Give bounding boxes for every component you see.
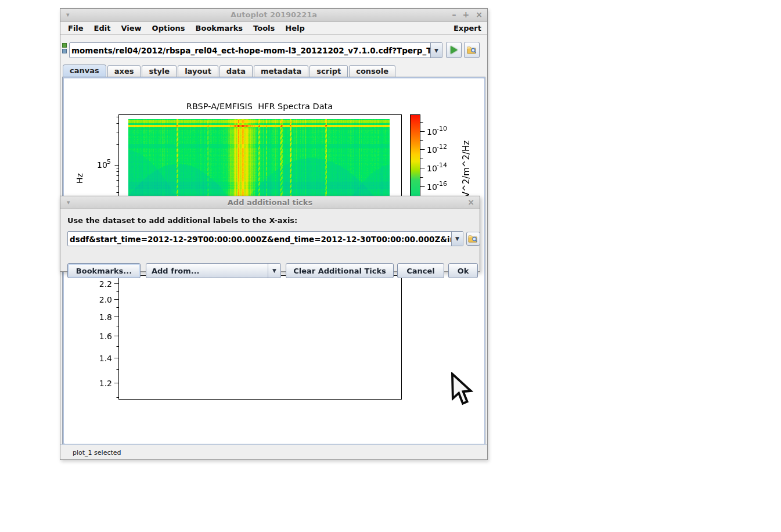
ticks-dataset-input[interactable]: dsdf&start_time=2012-12-29T00:00:00.000Z… xyxy=(68,232,451,246)
window-title: Autoplot 20190221a xyxy=(60,10,487,19)
ticks-browse-button[interactable] xyxy=(466,232,480,246)
menu-tools[interactable]: Tools xyxy=(248,23,280,34)
datasource-type-icon xyxy=(62,43,68,53)
menu-options[interactable]: Options xyxy=(147,23,190,34)
add-from-dropdown[interactable]: Add from... ▼ xyxy=(146,263,281,278)
window-titlebar: ▾ Autoplot 20190221a – + × xyxy=(60,9,487,22)
address-combo: moments/rel04/2012/rbspa_rel04_ect-hope-… xyxy=(69,42,442,58)
maximize-button[interactable]: + xyxy=(463,10,470,19)
menu-bookmarks[interactable]: Bookmarks xyxy=(190,23,249,34)
tab-script[interactable]: script xyxy=(309,65,348,77)
cancel-button[interactable]: Cancel xyxy=(397,263,444,278)
menu-help[interactable]: Help xyxy=(280,23,309,34)
menu-expert[interactable]: Expert xyxy=(454,24,481,33)
tab-console[interactable]: console xyxy=(349,65,395,77)
menu-edit[interactable]: Edit xyxy=(89,23,116,34)
address-input[interactable]: moments/rel04/2012/rbspa_rel04_ect-hope-… xyxy=(70,43,430,57)
bookmarks-button[interactable]: Bookmarks... xyxy=(67,263,141,278)
chevron-down-icon: ▼ xyxy=(434,48,438,53)
menu-view[interactable]: View xyxy=(116,23,146,34)
browse-button[interactable] xyxy=(464,42,480,58)
tab-metadata[interactable]: metadata xyxy=(254,65,308,77)
chevron-down-icon: ▼ xyxy=(455,236,459,242)
menubar: File Edit View Options Bookmarks Tools H… xyxy=(60,22,487,35)
status-text: plot_1 selected xyxy=(73,449,121,456)
ticks-dataset-dropdown-button[interactable]: ▼ xyxy=(451,232,463,246)
ticks-dataset-combo: dsdf&start_time=2012-12-29T00:00:00.000Z… xyxy=(67,231,463,246)
datasource-blue-square-icon xyxy=(62,49,67,53)
tab-data[interactable]: data xyxy=(219,65,253,77)
close-button[interactable]: × xyxy=(476,10,483,19)
tab-canvas[interactable]: canvas xyxy=(63,64,106,77)
toolbar: moments/rel04/2012/rbspa_rel04_ect-hope-… xyxy=(60,35,487,64)
dialog-title: Add additional ticks xyxy=(60,198,480,207)
address-dropdown-button[interactable]: ▼ xyxy=(430,43,442,57)
tab-layout[interactable]: layout xyxy=(178,65,218,77)
statusbar: plot_1 selected xyxy=(60,444,487,459)
folder-magnifier-icon xyxy=(468,234,478,243)
chevron-down-icon: ▼ xyxy=(268,264,280,278)
add-from-label: Add from... xyxy=(146,267,268,275)
play-icon xyxy=(451,46,458,54)
dialog-titlebar: ▾ Add additional ticks × xyxy=(60,196,480,209)
folder-magnifier-icon xyxy=(467,45,477,55)
menu-file[interactable]: File xyxy=(63,23,89,34)
go-button[interactable] xyxy=(446,42,462,58)
datasource-green-square-icon xyxy=(62,43,67,48)
dialog-close-button[interactable]: × xyxy=(467,197,474,207)
tab-style[interactable]: style xyxy=(142,65,177,77)
ok-button[interactable]: Ok xyxy=(448,263,478,278)
clear-additional-ticks-button[interactable]: Clear Additional Ticks xyxy=(286,263,394,278)
mouse-cursor-icon xyxy=(451,372,474,408)
minimize-button[interactable]: – xyxy=(452,10,456,19)
dialog-body: Use the dataset to add additional labels… xyxy=(60,209,480,271)
tabstrip: canvas axes style layout data metadata s… xyxy=(60,64,487,77)
tab-axes[interactable]: axes xyxy=(107,65,141,77)
dialog-instruction: Use the dataset to add additional labels… xyxy=(67,216,297,225)
add-additional-ticks-dialog: ▾ Add additional ticks × Use the dataset… xyxy=(60,196,480,272)
